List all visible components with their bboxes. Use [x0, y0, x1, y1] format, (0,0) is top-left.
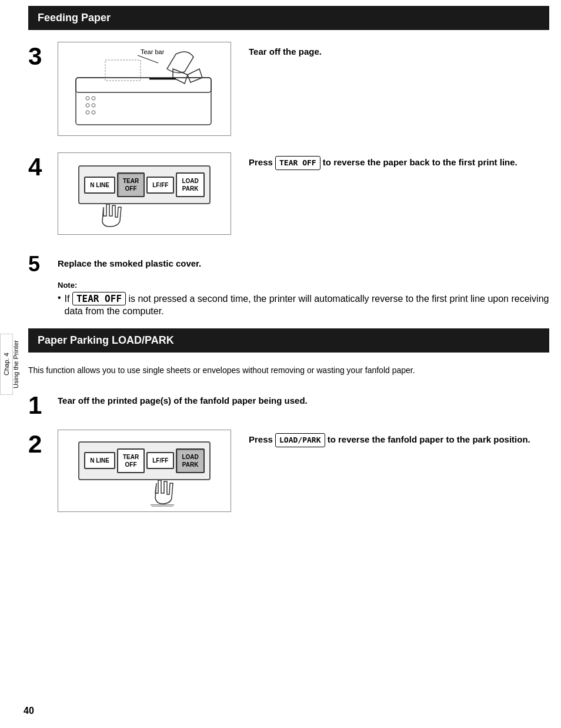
step-s2-2-row: 2 N LINE TEAROFF LF/FF LOADPARK Pres: [28, 430, 549, 512]
step-s2-2-image: N LINE TEAROFF LF/FF LOADPARK: [58, 430, 231, 512]
nline-btn-1[interactable]: N LINE: [84, 177, 115, 194]
step-s2-1-row: 1 Tear off the printed page(s) of the fa…: [28, 391, 549, 418]
section2-intro: This function allows you to use single s…: [28, 364, 549, 377]
step-3-image: Tear bar: [58, 42, 231, 136]
step-s2-2-text: Press LOAD/PARK to reverse the fanfold p…: [249, 430, 549, 447]
tearoff-btn-1[interactable]: TEAROFF: [117, 172, 145, 197]
lf-ff-btn-2[interactable]: LF/FF: [146, 452, 174, 469]
lf-ff-btn-1[interactable]: LF/FF: [146, 177, 174, 194]
ctrl-panel-1: N LINE TEAROFF LF/FF LOADPARK: [58, 153, 231, 234]
printer-illustration: Tear bar: [58, 42, 231, 134]
chap-label: Chap. 4: [3, 353, 10, 375]
hand-icon-2: [145, 480, 180, 507]
nline-btn-2[interactable]: N LINE: [84, 452, 115, 469]
step-4-image: N LINE TEAROFF LF/FF LOADPARK: [58, 152, 231, 235]
section2-header: Paper Parking LOAD/PARK: [28, 328, 549, 353]
note-section: Note: • If TEAR OFF is not pressed a sec…: [58, 281, 549, 317]
step-3-text: Tear off the page.: [249, 42, 549, 59]
section-label: Using the Printer: [12, 340, 19, 388]
step-5-number: 5: [28, 251, 58, 275]
step-s2-2-number: 2: [28, 430, 58, 457]
step-5-text: Replace the smoked plastic cover.: [58, 251, 549, 271]
step-3-number: 3: [28, 42, 58, 69]
page-number: 40: [24, 706, 34, 716]
tearoff-key-badge: TEAR OFF: [275, 156, 320, 170]
note-bullet: • If TEAR OFF is not pressed a second ti…: [58, 292, 549, 317]
loadpark-btn-2[interactable]: LOADPARK: [176, 448, 204, 473]
step-s2-1-text: Tear off the printed page(s) of the fanf…: [58, 391, 549, 405]
loadpark-key-badge: LOAD/PARK: [275, 433, 325, 447]
step-5-row: 5 Replace the smoked plastic cover.: [28, 251, 549, 275]
tearoff-btn-2[interactable]: TEAROFF: [117, 448, 145, 473]
step-3-row: 3 Tear bar: [28, 42, 549, 136]
step-s2-1-number: 1: [28, 391, 58, 418]
hand-icon-1: [86, 204, 133, 228]
step-4-row: 4 N LINE TEAROFF LF/FF LOADPARK Press TE…: [28, 152, 549, 235]
section1-header: Feeding Paper: [28, 6, 549, 30]
step-4-text: Press TEAR OFF to reverse the paper back…: [249, 152, 549, 170]
step-4-number: 4: [28, 152, 58, 179]
loadpark-btn-1[interactable]: LOADPARK: [176, 172, 204, 197]
note-label: Note:: [58, 281, 549, 290]
svg-text:Tear bar: Tear bar: [141, 48, 165, 55]
ctrl-panel-2: N LINE TEAROFF LF/FF LOADPARK: [58, 430, 231, 511]
svg-rect-0: [58, 42, 231, 134]
tearoff-note-badge: TEAR OFF: [72, 292, 126, 305]
side-tab: Chap. 4 Using the Printer: [0, 334, 13, 395]
